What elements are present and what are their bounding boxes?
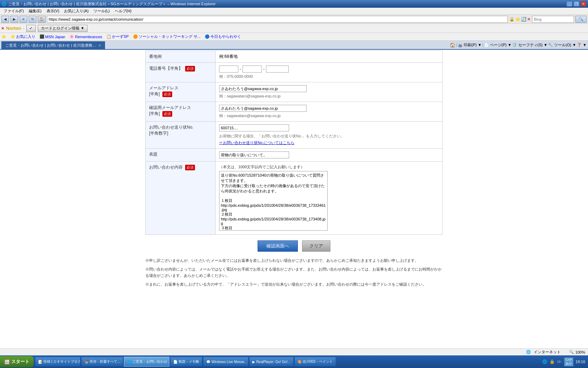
close-button[interactable]: ✕ xyxy=(580,1,587,7)
email-required-badge: 必須 xyxy=(162,91,172,97)
fav-item-2[interactable]: 🌸 Remembrances xyxy=(68,34,104,39)
refresh-button[interactable]: ↻ xyxy=(29,16,36,23)
network-tray-icon: 🌐 xyxy=(542,359,547,364)
tracking-link[interactable]: ☞お問い合わせ送り状No.についてはこちら xyxy=(219,141,294,145)
phone-label: 電話番号【半角】 xyxy=(149,66,183,71)
address-input[interactable] xyxy=(47,16,508,23)
menu-file[interactable]: ファイル(F) xyxy=(1,8,26,14)
menu-tools[interactable]: ツール(L) xyxy=(91,8,112,14)
table-row-phone: 電話番号【半角】 必須 - - 例：075-0000-0000 xyxy=(146,63,443,82)
menu-view[interactable]: 表示(V) xyxy=(44,8,62,14)
taskbar-label-4: Windows Live Messe... xyxy=(211,360,247,364)
msn-icon: ⬛ xyxy=(40,34,44,39)
table-row-email: メールアドレス[半角] 必須 例：sagawataro@sagawa-exp.c… xyxy=(146,82,443,102)
zoom-icon: 🔍 xyxy=(569,350,574,354)
tools-dropdown-button[interactable]: 🔧 ツール(O) ▼ xyxy=(548,42,576,48)
page-button[interactable]: 📄 ページ(P) ▼ xyxy=(484,42,512,48)
search-input[interactable] xyxy=(532,16,574,23)
taskbar-icon-3: 📄 xyxy=(173,360,177,364)
zoom-level: 100% xyxy=(575,350,585,354)
forward-button[interactable]: ▶ xyxy=(10,16,18,23)
taskbar-label-5: RealPlayer: Go! Go!... xyxy=(256,360,290,364)
fav-label-0: お気に入り xyxy=(16,34,35,39)
minimize-button[interactable]: _ xyxy=(566,1,573,7)
fav-item-1[interactable]: ⬛ MSN Japan xyxy=(38,34,66,39)
confirm-button[interactable]: 確認画面へ xyxy=(258,240,298,252)
page-scroll[interactable]: 番地例 例:68番地 電話番号【半角】 必須 - xyxy=(0,47,588,355)
social-icon: 🟠 xyxy=(133,34,138,39)
tab-close-button[interactable]: ✕ xyxy=(98,44,101,47)
clear-button[interactable]: クリア xyxy=(302,240,330,252)
restore-button[interactable]: ❐ xyxy=(573,1,580,7)
stop-button[interactable]: ✕ xyxy=(20,16,27,23)
content-area: 番地例 例:68番地 電話番号【半角】 必須 - xyxy=(0,47,588,355)
confirm-email-input[interactable] xyxy=(219,105,307,112)
phone-input-1[interactable] xyxy=(219,66,238,73)
fav-item-4[interactable]: 🟠 ソーシャル・ネットワーキング サ... xyxy=(132,34,202,39)
subject-input[interactable] xyxy=(219,151,289,158)
home-toolbar-button[interactable]: 🏠 xyxy=(450,42,455,48)
search-button[interactable]: 🔍 xyxy=(575,16,587,23)
menu-bar: ファイル(F) 編集(E) 表示(V) お気に入り(A) ツール(L) ヘルプ(… xyxy=(0,8,588,15)
confirm-email-example: 例：sagawataro@sagawa-exp.co.jp xyxy=(219,113,439,118)
address-example-label: 番地例 xyxy=(146,51,216,63)
menu-favorites[interactable]: お気に入り(A) xyxy=(62,8,91,14)
menu-help[interactable]: ヘルプ(H) xyxy=(113,8,134,14)
print-button[interactable]: 🖨️ 印刷(P) ▼ xyxy=(458,42,482,48)
home-button[interactable]: 🏠 xyxy=(38,16,46,23)
taskbar-item-3[interactable]: 📄 無題 - メモ帳 xyxy=(170,357,202,367)
email-input-cell: 例：sagawataro@sagawa-exp.co.jp xyxy=(216,82,443,102)
notice-2: ※問い合わせ内容によっては、メールではなく電話やお手紙でお答えする場合がございま… xyxy=(145,266,443,279)
checkmark-icon: ✓ xyxy=(29,26,33,30)
taskbar-item-5[interactable]: ▶ RealPlayer: Go! Go!... xyxy=(249,357,294,367)
menu-edit[interactable]: 編集(E) xyxy=(27,8,44,14)
taskbar-item-0[interactable]: 📝 投稿 | エキサイトブログ... xyxy=(35,357,80,367)
tab-bar-area: ご意見・お問い合わせ | お問い合わせ | 佐川急便株式... ✕ 🏠 | 🖨️… xyxy=(0,41,588,50)
taskbar-label-3: 無題 - メモ帳 xyxy=(178,359,199,364)
fav-item-3[interactable]: 📋 かーずSP xyxy=(105,34,130,39)
fav-item-5[interactable]: 🔵 今日もやられやく xyxy=(203,34,243,39)
contact-form-table: 番地例 例:68番地 電話番号【半角】 必須 - xyxy=(145,50,443,235)
tracking-label-cell: お問い合わせ送り状No.[半角数字] xyxy=(146,122,216,149)
tab-label: ご意見・お問い合わせ | お問い合わせ | 佐川急便株式... xyxy=(5,43,96,48)
taskbar-label-1: 所存 - 辞書すべて... xyxy=(90,359,120,364)
fav-label-4: ソーシャル・ネットワーキング サ... xyxy=(139,34,201,39)
browser-header: 🌐 ご意見・お問い合わせ | お問い合わせ | 佐川急便株式会社＜SGホールディ… xyxy=(0,0,588,50)
rem-icon: 🌸 xyxy=(69,34,74,39)
tracking-input[interactable] xyxy=(219,124,289,131)
phone-input-2[interactable] xyxy=(243,66,262,73)
taskbar-item-4[interactable]: 💬 Windows Live Messe... xyxy=(203,357,248,367)
back-button[interactable]: ◀ xyxy=(1,16,9,23)
notice-3: ※まれに、お返事を差し上げている方の中で、「アドレスエラー」で送信が出来ない場合… xyxy=(145,281,443,288)
norton-card-button[interactable]: カードとログイン情報 ▼ xyxy=(38,25,88,32)
start-button[interactable]: 🪟 スタート xyxy=(0,356,34,367)
caps-indicator: CAPあか xyxy=(564,357,574,366)
content-required-badge: 必須 xyxy=(185,165,195,170)
title-bar: 🌐 ご意見・お問い合わせ | お問い合わせ | 佐川急便株式会社＜SGホールディ… xyxy=(0,0,588,8)
phone-inputs-group: - - xyxy=(219,66,439,73)
norton-toolbar: × Norton · ✓ カードとログイン情報 ▼ xyxy=(0,24,588,33)
confirm-email-label-cell: 確認用メールアドレス[半角] 必須 xyxy=(146,102,216,122)
tracking-link-area: ☞お問い合わせ送り状No.についてはこちら xyxy=(219,140,439,145)
confirm-email-input-cell: 例：sagawataro@sagawa-exp.co.jp xyxy=(216,102,443,122)
taskbar-item-2[interactable]: 🌐 ご意見・お問い合わせ... xyxy=(124,357,169,367)
tracking-input-cell: お荷物に関する場合、「お問い合わせ送り状No.」を入力してください。 ☞お問い合… xyxy=(216,122,443,149)
subject-label-cell: 表題 xyxy=(146,149,216,162)
phone-input-3[interactable] xyxy=(266,66,289,73)
safety-button[interactable]: 🛡️ セーフティ(S) ▼ xyxy=(512,42,547,48)
email-input[interactable] xyxy=(219,85,307,92)
norton-check-button[interactable]: ✓ xyxy=(26,25,36,32)
current-tab[interactable]: ご意見・お問い合わせ | お問い合わせ | 佐川急便株式... ✕ xyxy=(1,41,105,49)
today-icon: 🔵 xyxy=(205,34,210,39)
address-example-value: 例:68番地 xyxy=(216,51,443,63)
fav-item-0[interactable]: ⭐ お気に入り xyxy=(9,34,37,39)
help-toolbar-button[interactable]: ❓ ▼ xyxy=(577,43,587,47)
taskbar-item-1[interactable]: 📚 所存 - 辞書すべて... xyxy=(81,357,123,367)
table-row-tracking: お問い合わせ送り状No.[半角数字] お荷物に関する場合、「お問い合わせ送り状N… xyxy=(146,122,443,149)
taskbar-right: 🌐 🔒 15↑ CAPあか 19:16 xyxy=(539,357,588,366)
phone-example: 例：075-0000-0000 xyxy=(219,74,439,79)
address-example-text: 例:68番地 xyxy=(219,54,238,59)
content-textarea[interactable]: 送り状No.6007152871040の荷物の取り扱いについて質問させて頂きます… xyxy=(219,171,328,231)
notice-area: ※申し訳ございませんが、いただいたメール全てにはお返事を差し上げられない場合がご… xyxy=(145,257,443,288)
taskbar-item-6[interactable]: 🎨 佐川002 - ペイント xyxy=(294,357,336,367)
